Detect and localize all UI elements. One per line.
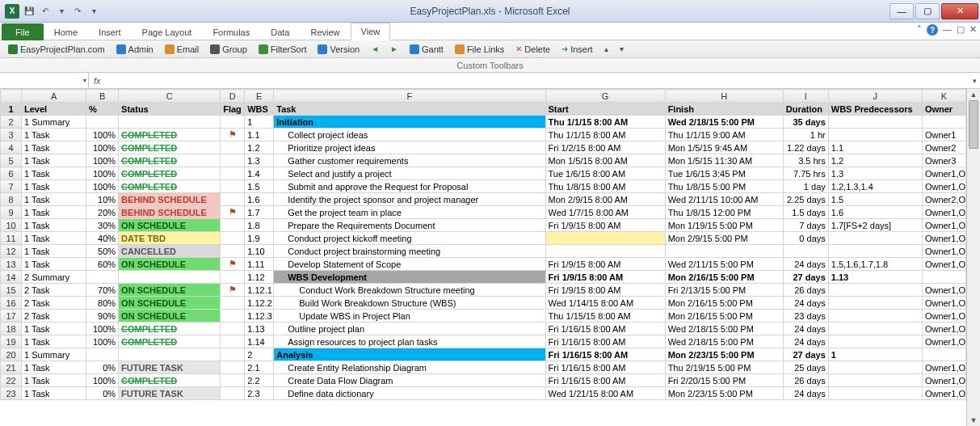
cell-duration[interactable] bbox=[783, 245, 828, 258]
col-header-B[interactable]: B bbox=[86, 90, 119, 103]
row-header-14[interactable]: 14 bbox=[1, 271, 22, 284]
cell-flag[interactable]: ⚑ bbox=[221, 206, 245, 219]
cell-start[interactable]: Tue 1/6/15 8:00 AM bbox=[545, 167, 665, 180]
cell-owner[interactable]: Owner1,O bbox=[922, 387, 965, 400]
cell-owner[interactable]: Owner1 bbox=[922, 129, 965, 141]
cell-status[interactable] bbox=[119, 116, 221, 129]
undo-button[interactable]: ↶ bbox=[39, 5, 52, 18]
cell-status[interactable]: DATE TBD bbox=[119, 232, 221, 245]
cell-pct[interactable]: 100% bbox=[86, 154, 119, 167]
cell-task[interactable]: Analysis bbox=[274, 348, 545, 361]
cell-duration[interactable]: 1 hr bbox=[783, 129, 828, 141]
col-header-E[interactable]: E bbox=[245, 90, 274, 103]
row-header-5[interactable]: 5 bbox=[1, 154, 22, 167]
cell-owner[interactable]: Owner1,O bbox=[922, 361, 965, 374]
cell-wbs[interactable]: 1.3 bbox=[245, 154, 274, 167]
cell-task[interactable]: Initiation bbox=[274, 116, 545, 129]
cell-status[interactable]: ON SCHEDULE bbox=[119, 297, 221, 310]
cell-task[interactable]: Conduct Work Breakdown Structure meeting bbox=[274, 284, 545, 297]
cell-status[interactable]: FUTURE TASK bbox=[119, 387, 221, 400]
row-header-17[interactable]: 17 bbox=[1, 310, 22, 323]
header-cell-J[interactable]: WBS Predecessors bbox=[828, 103, 922, 116]
cell-predecessors[interactable] bbox=[828, 297, 922, 310]
cell-predecessors[interactable] bbox=[828, 323, 922, 335]
cell-level[interactable]: 1 Task bbox=[22, 232, 86, 245]
cell-level[interactable]: 1 Task bbox=[22, 180, 86, 193]
header-cell-K[interactable]: Owner bbox=[922, 103, 965, 116]
cell-pct[interactable]: 100% bbox=[86, 335, 119, 348]
cell-predecessors[interactable] bbox=[828, 232, 922, 245]
cell-wbs[interactable]: 1.12 bbox=[245, 271, 274, 284]
tab-view[interactable]: View bbox=[351, 23, 391, 40]
cell-level[interactable]: 1 Task bbox=[22, 206, 86, 219]
header-cell-H[interactable]: Finish bbox=[665, 103, 783, 116]
cell-duration[interactable]: 1.5 days bbox=[783, 206, 828, 219]
cell-duration[interactable]: 24 days bbox=[783, 335, 828, 348]
cell-duration[interactable]: 27 days bbox=[783, 348, 828, 361]
cell-owner[interactable] bbox=[922, 271, 965, 284]
row-13[interactable]: 131 Task60%ON SCHEDULE⚑1.11Develop State… bbox=[1, 258, 966, 271]
cell-start[interactable]: Mon 2/9/15 8:00 AM bbox=[545, 193, 665, 206]
row-16[interactable]: 162 Task80%ON SCHEDULE1.12.2Build Work B… bbox=[1, 297, 966, 310]
header-cell-A[interactable]: Level bbox=[22, 103, 86, 116]
row-header-6[interactable]: 6 bbox=[1, 167, 22, 180]
tab-data[interactable]: Data bbox=[260, 23, 300, 40]
row-5[interactable]: 51 Task100%COMPLETED1.3Gather customer r… bbox=[1, 154, 966, 167]
cell-duration[interactable]: 7.75 hrs bbox=[783, 167, 828, 180]
cell-wbs[interactable]: 1 bbox=[245, 116, 274, 129]
cell-owner[interactable] bbox=[922, 116, 965, 129]
cell-flag[interactable] bbox=[221, 232, 245, 245]
cell-level[interactable]: 1 Task bbox=[22, 335, 86, 348]
cell-flag[interactable] bbox=[221, 116, 245, 129]
cell-owner[interactable]: Owner1,O bbox=[922, 232, 965, 245]
cell-predecessors[interactable] bbox=[828, 387, 922, 400]
cell-status[interactable]: COMPLETED bbox=[119, 180, 221, 193]
toolbar-btn-arrow-13[interactable]: ▾ bbox=[615, 42, 629, 57]
row-7[interactable]: 71 Task100%COMPLETED1.5Submit and approv… bbox=[1, 180, 966, 193]
cell-start[interactable] bbox=[545, 245, 665, 258]
cell-start[interactable]: Fri 1/16/15 8:00 AM bbox=[545, 348, 665, 361]
cell-finish[interactable]: Thu 1/8/15 12:00 PM bbox=[665, 206, 783, 219]
cell-task[interactable]: Develop Statement of Scope bbox=[274, 258, 545, 271]
cell-predecessors[interactable]: 1.2,1.3,1.4 bbox=[828, 180, 922, 193]
toolbar-btn-arrow-7[interactable]: ► bbox=[385, 42, 403, 57]
cell-owner[interactable]: Owner2,O bbox=[922, 193, 965, 206]
cell-start[interactable]: Fri 1/16/15 8:00 AM bbox=[545, 361, 665, 374]
window-close-button[interactable]: ✕ bbox=[941, 3, 978, 19]
cell-status[interactable]: ON SCHEDULE bbox=[119, 258, 221, 271]
tab-page-layout[interactable]: Page Layout bbox=[132, 23, 203, 40]
row-header-23[interactable]: 23 bbox=[1, 387, 22, 400]
header-cell-G[interactable]: Start bbox=[545, 103, 665, 116]
row-header-7[interactable]: 7 bbox=[1, 180, 22, 193]
cell-finish[interactable]: Thu 2/19/15 5:00 PM bbox=[665, 361, 783, 374]
cell-wbs[interactable]: 1.10 bbox=[245, 245, 274, 258]
cell-predecessors[interactable]: 1 bbox=[828, 348, 922, 361]
cell-start[interactable]: Fri 1/16/15 8:00 AM bbox=[545, 323, 665, 335]
cell-flag[interactable] bbox=[221, 167, 245, 180]
cell-task[interactable]: Prioritize project ideas bbox=[274, 141, 545, 154]
row-17[interactable]: 172 Task90%ON SCHEDULE1.12.3Update WBS i… bbox=[1, 310, 966, 323]
scroll-thumb[interactable] bbox=[969, 100, 978, 149]
cell-owner[interactable]: Owner1,O bbox=[922, 310, 965, 323]
scroll-down-icon[interactable]: ▼ bbox=[967, 415, 980, 426]
row-header-22[interactable]: 22 bbox=[1, 374, 22, 387]
cell-wbs[interactable]: 1.8 bbox=[245, 219, 274, 232]
save-button[interactable]: 💾 bbox=[23, 5, 36, 18]
cell-duration[interactable]: 23 days bbox=[783, 310, 828, 323]
header-cell-F[interactable]: Task bbox=[274, 103, 545, 116]
cell-finish[interactable]: Mon 2/16/15 5:00 PM bbox=[665, 297, 783, 310]
cell-owner[interactable]: Owner1,O bbox=[922, 245, 965, 258]
cell-flag[interactable] bbox=[221, 219, 245, 232]
cell-owner[interactable]: Owner1,O bbox=[922, 284, 965, 297]
cell-level[interactable]: 1 Task bbox=[22, 167, 86, 180]
row-header-9[interactable]: 9 bbox=[1, 206, 22, 219]
cell-flag[interactable] bbox=[221, 154, 245, 167]
cell-wbs[interactable]: 1.4 bbox=[245, 167, 274, 180]
cell-finish[interactable]: Mon 1/19/15 5:00 PM bbox=[665, 219, 783, 232]
cell-status[interactable] bbox=[119, 348, 221, 361]
cell-flag[interactable] bbox=[221, 245, 245, 258]
cell-start[interactable]: Thu 1/8/15 8:00 AM bbox=[545, 180, 665, 193]
cell-flag[interactable]: ⚑ bbox=[221, 129, 245, 141]
vertical-scrollbar[interactable]: ▲ ▼ bbox=[966, 89, 980, 426]
tab-formulas[interactable]: Formulas bbox=[202, 23, 260, 40]
